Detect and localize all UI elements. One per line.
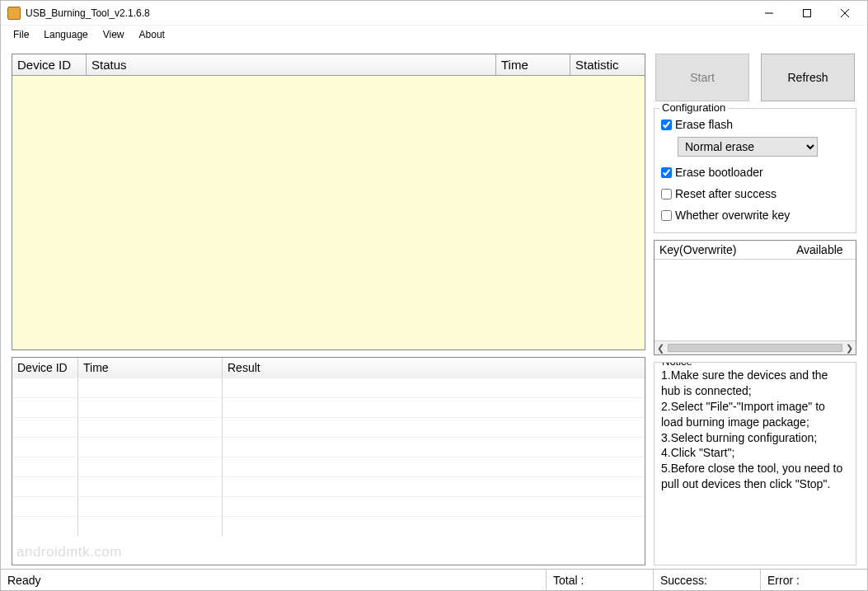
menu-view[interactable]: View [96,27,132,42]
result-header: Device ID Time Result [12,358,645,378]
status-ready: Ready [7,570,546,590]
statusbar: Ready Total : Success: Error : [1,569,867,590]
overwrite-key-checkbox[interactable] [661,210,672,221]
refresh-button[interactable]: Refresh [761,54,855,101]
col-result-device-id[interactable]: Device ID [12,358,78,378]
menubar: File Language View About [1,26,867,44]
erase-flash-checkbox[interactable] [661,120,672,130]
col-result-result[interactable]: Result [223,358,645,378]
titlebar: USB_Burning_Tool_v2.1.6.8 [1,1,867,26]
device-status-list: Device ID Status Time Statistic [12,54,645,350]
overwrite-key-label: Whether overwrite key [675,209,790,222]
notice-legend: Notice [659,362,695,368]
device-list-body [12,76,645,349]
menu-file[interactable]: File [6,27,36,42]
result-body [12,378,645,565]
scroll-thumb[interactable] [668,344,842,352]
erase-bootloader-row[interactable]: Erase bootloader [661,162,849,183]
erase-flash-row[interactable]: Erase flash [661,114,849,135]
reset-after-success-row[interactable]: Reset after success [661,183,849,204]
col-statistic[interactable]: Statistic [570,54,645,75]
start-button[interactable]: Start [655,54,749,101]
reset-after-success-label: Reset after success [675,187,777,200]
close-button[interactable] [826,1,864,26]
status-success: Success: [653,570,760,590]
minimize-button[interactable] [750,1,788,26]
notice-group: Notice 1.Make sure the devices and the h… [654,362,856,565]
col-status[interactable]: Status [87,54,496,75]
menu-language[interactable]: Language [36,27,95,42]
scroll-right-icon[interactable]: ❯ [846,343,853,354]
result-table: Device ID Time Result [12,357,645,565]
notice-text: 1.Make sure the devices and the hub is c… [661,368,849,558]
configuration-group: Configuration Erase flash Normal erase E… [654,108,856,233]
key-horizontal-scrollbar[interactable]: ❮ ❯ [655,340,856,354]
app-icon [7,7,21,20]
erase-bootloader-checkbox[interactable] [661,167,672,178]
status-error: Error : [760,570,867,590]
svg-rect-0 [804,9,811,16]
device-list-header: Device ID Status Time Statistic [12,54,645,76]
col-key-overwrite[interactable]: Key(Overwrite) [655,241,791,259]
maximize-button[interactable] [788,1,826,26]
key-overwrite-table: Key(Overwrite) Available ❮ ❯ [654,240,856,355]
key-table-body [655,260,856,340]
erase-mode-select[interactable]: Normal erase [678,137,818,157]
reset-after-success-checkbox[interactable] [661,189,672,199]
window-title: USB_Burning_Tool_v2.1.6.8 [26,7,150,19]
menu-about[interactable]: About [132,27,172,42]
overwrite-key-row[interactable]: Whether overwrite key [661,204,849,226]
status-total: Total : [546,570,653,590]
scroll-left-icon[interactable]: ❮ [657,343,664,354]
erase-flash-label: Erase flash [675,118,733,131]
col-device-id[interactable]: Device ID [12,54,87,75]
configuration-legend: Configuration [659,101,728,114]
erase-bootloader-label: Erase bootloader [675,166,763,179]
col-result-time[interactable]: Time [78,358,223,378]
col-key-available[interactable]: Available [791,241,856,259]
col-time[interactable]: Time [496,54,570,75]
